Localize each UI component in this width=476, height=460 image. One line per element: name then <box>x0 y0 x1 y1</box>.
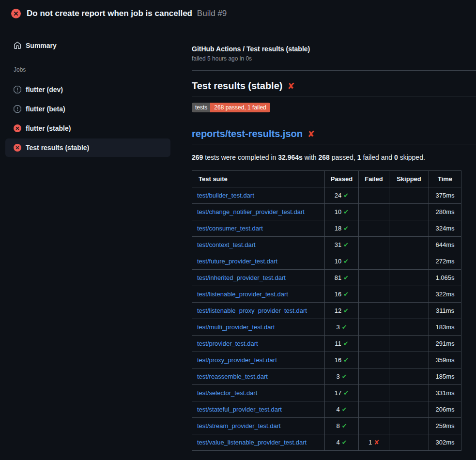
check-icon: ✔ <box>343 225 349 232</box>
failed-cell <box>359 187 389 204</box>
suite-cell: test/selector_test.dart <box>192 385 325 401</box>
report-file-link[interactable]: reports/test-results.json <box>192 128 303 139</box>
page-title: Do not create report when job is cancell… <box>27 9 192 18</box>
passed-cell: 4✔ <box>325 434 359 451</box>
suite-cell: test/value_listenable_provider_test.dart <box>192 434 325 451</box>
test-suite-link[interactable]: test/stream_provider_test.dart <box>197 422 281 429</box>
suite-cell: test/proxy_provider_test.dart <box>192 352 325 368</box>
time-cell: 183ms <box>429 319 461 336</box>
sidebar-job-label: flutter (beta) <box>26 105 65 113</box>
skipped-cell <box>389 368 429 385</box>
column-header-time: Time <box>429 171 461 187</box>
failed-cell <box>359 385 389 401</box>
suite-cell: test/inherited_provider_test.dart <box>192 270 325 286</box>
failed-cell <box>359 270 389 286</box>
time-cell: 322ms <box>429 286 461 303</box>
failed-cell <box>359 220 389 237</box>
test-suite-link[interactable]: test/inherited_provider_test.dart <box>197 274 286 281</box>
skipped-cell <box>389 319 429 336</box>
x-circle-icon <box>14 144 21 152</box>
sidebar-item-flutter-dev[interactable]: flutter (dev) <box>5 80 170 99</box>
passed-cell: 3✔ <box>325 319 359 336</box>
passed-cell: 81✔ <box>325 270 359 286</box>
check-icon: ✔ <box>343 241 349 248</box>
failed-cell <box>359 303 389 319</box>
test-suite-link[interactable]: test/builder_test.dart <box>197 192 254 199</box>
test-suite-link[interactable]: test/change_notifier_provider_test.dart <box>197 208 305 215</box>
report-heading: reports/test-results.json ✘ <box>192 128 476 144</box>
app-root: Do not create report when job is cancell… <box>0 0 476 451</box>
suite-cell: test/consumer_test.dart <box>192 220 325 237</box>
skipped-cell <box>389 352 429 368</box>
test-suite-link[interactable]: test/reassemble_test.dart <box>197 373 268 380</box>
red-cross-icon: ✘ <box>287 82 294 91</box>
check-icon: ✔ <box>343 307 349 314</box>
run-header: Do not create report when job is cancell… <box>0 0 476 27</box>
check-icon: ✔ <box>343 208 349 215</box>
suite-cell: test/reassemble_test.dart <box>192 368 325 385</box>
time-cell: 206ms <box>429 401 461 418</box>
passed-cell: 17✔ <box>325 385 359 401</box>
sidebar-item-test-results-stable[interactable]: Test results (stable) <box>5 138 170 157</box>
table-row: test/stateful_provider_test.dart 4✔ 206m… <box>192 401 461 418</box>
failed-cell <box>359 418 389 434</box>
time-cell: 302ms <box>429 434 461 451</box>
suite-cell: test/listenable_provider_test.dart <box>192 286 325 303</box>
table-row: test/value_listenable_provider_test.dart… <box>192 434 461 451</box>
build-number: Build #9 <box>197 9 227 18</box>
table-row: test/proxy_provider_test.dart 16✔ 359ms <box>192 352 461 368</box>
column-header-passed: Passed <box>325 171 359 187</box>
skipped-cell <box>389 253 429 270</box>
passed-cell: 16✔ <box>325 352 359 368</box>
section-title: Test results (stable) <box>192 80 282 92</box>
test-suite-link[interactable]: test/stateful_provider_test.dart <box>197 406 282 413</box>
home-icon <box>14 42 21 49</box>
time-cell: 324ms <box>429 220 461 237</box>
check-icon: ✔ <box>343 192 349 199</box>
test-suite-link[interactable]: test/listenable_proxy_provider_test.dart <box>197 307 307 314</box>
test-suite-link[interactable]: test/multi_provider_test.dart <box>197 323 275 331</box>
passed-cell: 24✔ <box>325 187 359 204</box>
check-icon: ✔ <box>342 422 347 429</box>
table-row: test/future_provider_test.dart 10✔ 272ms <box>192 253 461 270</box>
time-cell: 291ms <box>429 336 461 352</box>
test-suite-link[interactable]: test/proxy_provider_test.dart <box>197 356 277 364</box>
test-suite-link[interactable]: test/context_test.dart <box>197 241 256 248</box>
main-content: GitHub Actions / Test results (stable) f… <box>184 27 476 451</box>
time-cell: 280ms <box>429 204 461 220</box>
test-results-table: Test suite Passed Failed Skipped Time te… <box>192 170 461 451</box>
failed-cell <box>359 286 389 303</box>
check-icon: ✔ <box>343 291 349 298</box>
test-suite-link[interactable]: test/selector_test.dart <box>197 389 257 397</box>
sidebar-item-flutter-beta[interactable]: flutter (beta) <box>5 100 170 118</box>
sidebar-job-label: flutter (stable) <box>26 124 71 132</box>
time-cell: 375ms <box>429 187 461 204</box>
suite-cell: test/provider_test.dart <box>192 336 325 352</box>
check-icon: ✔ <box>343 274 349 281</box>
passed-cell: 31✔ <box>325 237 359 253</box>
sidebar-item-summary[interactable]: Summary <box>5 36 170 55</box>
test-suite-link[interactable]: test/value_listenable_provider_test.dart <box>197 439 307 446</box>
jobs-section-label: Jobs <box>14 66 184 73</box>
failed-cell <box>359 352 389 368</box>
table-row: test/context_test.dart 31✔ 644ms <box>192 237 461 253</box>
cancelled-octagon-icon <box>14 105 21 113</box>
test-suite-link[interactable]: test/future_provider_test.dart <box>197 258 277 265</box>
failed-cell: 1✘ <box>359 434 389 451</box>
column-header-test-suite: Test suite <box>192 171 325 187</box>
suite-cell: test/listenable_proxy_provider_test.dart <box>192 303 325 319</box>
sidebar-item-flutter-stable[interactable]: flutter (stable) <box>5 119 170 138</box>
passed-cell: 11✔ <box>325 336 359 352</box>
test-suite-link[interactable]: test/listenable_provider_test.dart <box>197 291 288 298</box>
test-suite-link[interactable]: test/consumer_test.dart <box>197 225 263 232</box>
skipped-cell <box>389 434 429 451</box>
divider <box>192 70 476 71</box>
test-suite-link[interactable]: test/provider_test.dart <box>197 340 258 347</box>
check-icon: ✔ <box>342 373 347 380</box>
table-row: test/builder_test.dart 24✔ 375ms <box>192 187 461 204</box>
workflow-breadcrumb: GitHub Actions / Test results (stable) <box>192 45 476 53</box>
table-header-row: Test suite Passed Failed Skipped Time <box>192 171 461 187</box>
failed-cell <box>359 401 389 418</box>
failed-cell <box>359 336 389 352</box>
failed-status-icon <box>12 10 20 17</box>
